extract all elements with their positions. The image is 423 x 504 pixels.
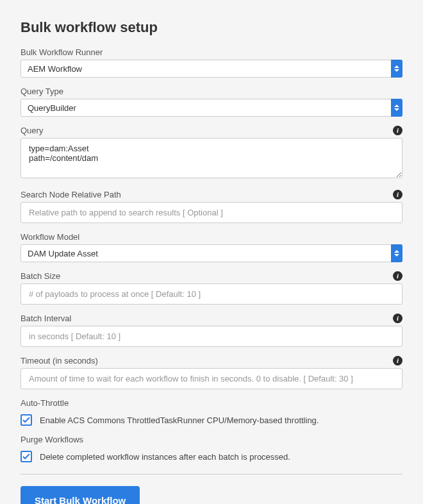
auto-throttle-checkbox-label: Enable ACS Commons ThrottledTaskRunner C… [40, 416, 319, 425]
purge-workflows-label: Purge Workflows [21, 435, 83, 444]
query-type-label: Query Type [21, 87, 63, 96]
relative-path-input[interactable] [21, 202, 402, 223]
auto-throttle-checkbox[interactable] [21, 414, 32, 426]
query-textarea[interactable]: type=dam:Asset path=/content/dam [21, 138, 402, 178]
check-icon [22, 417, 30, 423]
timeout-label: Timeout (in seconds) [21, 356, 98, 365]
purge-workflows-checkbox[interactable] [21, 451, 32, 462]
query-type-select[interactable]: QueryBuilder [21, 99, 402, 117]
query-label: Query [21, 126, 43, 135]
timeout-input[interactable] [21, 368, 402, 389]
field-auto-throttle: Auto-Throttle Enable ACS Commons Throttl… [21, 398, 402, 426]
field-timeout: Timeout (in seconds) i [21, 356, 402, 389]
info-icon[interactable]: i [393, 314, 402, 323]
info-icon[interactable]: i [393, 271, 402, 281]
purge-workflows-checkbox-label: Delete completed workflow instances afte… [40, 452, 290, 462]
auto-throttle-label: Auto-Throttle [21, 398, 69, 408]
start-bulk-workflow-button[interactable]: Start Bulk Workflow [21, 486, 140, 504]
info-icon[interactable]: i [393, 126, 402, 135]
batch-interval-input[interactable] [21, 326, 402, 347]
field-bulk-workflow-runner: Bulk Workflow Runner AEM Workflow [21, 47, 402, 78]
runner-select[interactable]: AEM Workflow [21, 60, 402, 78]
field-relative-path: Search Node Relative Path i [21, 190, 402, 223]
info-icon[interactable]: i [393, 356, 402, 365]
batch-interval-label: Batch Interval [21, 314, 72, 323]
page-title: Bulk workflow setup [21, 19, 402, 36]
info-icon[interactable]: i [393, 190, 402, 199]
batch-size-input[interactable] [21, 283, 402, 305]
field-query: Query i type=dam:Asset path=/content/dam [21, 126, 402, 181]
field-batch-size: Batch Size i [21, 271, 402, 305]
workflow-model-select[interactable]: DAM Update Asset [21, 244, 402, 262]
field-workflow-model: Workflow Model DAM Update Asset [21, 232, 402, 262]
check-icon [22, 453, 30, 460]
divider [21, 474, 402, 475]
field-purge-workflows: Purge Workflows Delete completed workflo… [21, 435, 402, 462]
batch-size-label: Batch Size [21, 271, 60, 281]
workflow-model-label: Workflow Model [21, 232, 79, 242]
field-batch-interval: Batch Interval i [21, 314, 402, 347]
runner-label: Bulk Workflow Runner [21, 47, 103, 57]
field-query-type: Query Type QueryBuilder [21, 87, 402, 117]
relative-path-label: Search Node Relative Path [21, 190, 121, 199]
